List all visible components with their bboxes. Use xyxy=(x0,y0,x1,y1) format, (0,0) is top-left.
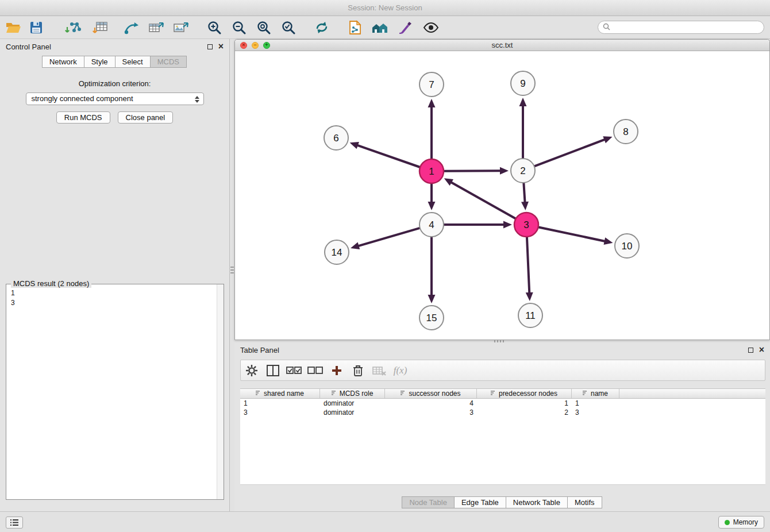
tab-mcds[interactable]: MCDS xyxy=(150,56,187,68)
graph-edge[interactable] xyxy=(358,145,419,167)
graph-node[interactable]: 9 xyxy=(511,71,535,95)
tab-select[interactable]: Select xyxy=(115,56,151,68)
network-window-titlebar[interactable]: scc.txt xyxy=(235,40,769,51)
splitter-grip-vertical[interactable] xyxy=(230,267,234,273)
float-table-panel-icon[interactable] xyxy=(748,348,753,353)
run-mcds-button[interactable]: Run MCDS xyxy=(56,111,110,124)
criterion-select-value: strongly connected component xyxy=(32,94,133,103)
graph-node-label: 9 xyxy=(520,78,525,89)
table-cell: 1 xyxy=(477,399,572,407)
export-network-icon[interactable] xyxy=(123,18,140,37)
function-builder-button[interactable]: f(x) xyxy=(390,362,411,379)
import-table-icon[interactable] xyxy=(92,18,109,37)
graph-node[interactable]: 3 xyxy=(514,213,538,237)
graph-node[interactable]: 8 xyxy=(614,119,638,144)
deselect-all-icon[interactable] xyxy=(305,362,326,379)
table-column-header[interactable]: name xyxy=(572,389,619,398)
graph-edge-arrow xyxy=(604,237,613,245)
control-panel: Control Panel NetworkStyleSelectMCDS Opt… xyxy=(0,39,230,511)
table-column-header[interactable]: successor nodes xyxy=(385,389,477,398)
table-column-header[interactable]: MCDS role xyxy=(320,389,385,398)
table-cell: 3 xyxy=(572,408,619,417)
control-panel-title: Control Panel xyxy=(6,43,51,51)
graph-node[interactable]: 14 xyxy=(325,240,349,264)
network-canvas[interactable]: 7968124314101511 xyxy=(235,51,769,340)
column-label: predecessor nodes xyxy=(499,390,557,398)
graph-node[interactable]: 2 xyxy=(511,159,535,183)
graph-edge[interactable] xyxy=(452,183,515,219)
close-panel-icon[interactable] xyxy=(218,42,224,51)
refresh-icon[interactable] xyxy=(313,18,330,37)
zoom-out-icon[interactable] xyxy=(230,18,248,37)
zoom-fit-icon[interactable] xyxy=(255,18,272,37)
table-settings-gear-icon[interactable] xyxy=(241,362,262,379)
table-column-header[interactable]: shared name xyxy=(240,389,320,398)
memory-button[interactable]: Memory xyxy=(718,516,764,529)
apply-style-icon[interactable] xyxy=(346,18,364,37)
table-row[interactable]: 1dominator411 xyxy=(240,399,765,408)
graph-node[interactable]: 4 xyxy=(419,213,444,237)
import-network-icon[interactable] xyxy=(64,18,82,37)
main-toolbar xyxy=(0,16,770,39)
search-field[interactable] xyxy=(598,21,764,34)
style-brush-icon[interactable] xyxy=(396,18,414,37)
zoom-selected-icon[interactable] xyxy=(280,18,297,37)
graph-node-label: 10 xyxy=(622,241,633,252)
table-panel: Table Panel f(x) shared nameMC xyxy=(234,342,770,511)
search-input[interactable] xyxy=(613,24,759,32)
graph-edge[interactable] xyxy=(527,237,529,292)
table-header-row: shared nameMCDS rolesuccessor nodesprede… xyxy=(240,388,765,399)
network-home-icon[interactable] xyxy=(371,18,388,37)
tab-edge-table[interactable]: Edge Table xyxy=(454,496,506,508)
graph-edge[interactable] xyxy=(444,171,500,171)
delete-table-icon xyxy=(368,362,390,379)
control-panel-header: Control Panel xyxy=(0,39,229,54)
graph-edge[interactable] xyxy=(535,140,605,166)
table-row[interactable]: 3dominator323 xyxy=(240,408,765,417)
delete-column-icon[interactable] xyxy=(347,362,368,379)
column-label: name xyxy=(591,390,608,398)
export-table-icon[interactable] xyxy=(148,18,165,37)
graph-node[interactable]: 15 xyxy=(419,306,444,330)
control-panel-tabs: NetworkStyleSelectMCDS xyxy=(0,56,229,68)
mcds-result-title: MCDS result (2 nodes) xyxy=(11,279,91,288)
graph-edge[interactable] xyxy=(359,228,419,246)
graph-node[interactable]: 10 xyxy=(615,234,639,258)
graph-node[interactable]: 6 xyxy=(324,126,348,150)
tab-motifs[interactable]: Motifs xyxy=(567,496,602,508)
tab-network[interactable]: Network xyxy=(42,56,84,68)
tab-style[interactable]: Style xyxy=(84,56,116,68)
zoom-in-icon[interactable] xyxy=(206,18,223,37)
close-panel-button[interactable]: Close panel xyxy=(118,111,174,124)
add-column-icon[interactable] xyxy=(326,362,347,379)
open-folder-icon[interactable] xyxy=(5,18,22,37)
graph-edge[interactable] xyxy=(523,183,525,202)
result-scrollbar[interactable] xyxy=(217,284,224,499)
window-titlebar: Session: New Session xyxy=(0,0,770,16)
float-panel-icon[interactable] xyxy=(207,44,213,49)
graph-node[interactable]: 1 xyxy=(419,159,444,183)
show-columns-icon[interactable] xyxy=(262,362,283,379)
sort-icon xyxy=(256,390,261,398)
select-all-icon[interactable] xyxy=(283,362,305,379)
memory-status-dot xyxy=(725,520,730,525)
export-image-icon[interactable] xyxy=(172,18,190,37)
tab-network-table[interactable]: Network Table xyxy=(506,496,568,508)
save-icon[interactable] xyxy=(28,18,45,37)
graph-node[interactable]: 7 xyxy=(419,72,444,97)
criterion-select[interactable]: strongly connected component xyxy=(26,92,204,105)
table-column-header[interactable]: predecessor nodes xyxy=(477,389,572,398)
close-window-icon[interactable] xyxy=(240,42,247,49)
network-graph[interactable]: 7968124314101511 xyxy=(235,51,769,340)
maximize-window-icon[interactable] xyxy=(263,42,270,49)
close-table-panel-icon[interactable] xyxy=(759,345,764,354)
graph-node[interactable]: 11 xyxy=(518,303,542,327)
table-cell: dominator xyxy=(320,399,385,407)
minimize-window-icon[interactable] xyxy=(252,42,259,49)
search-icon xyxy=(603,23,610,32)
show-hide-eye-icon[interactable] xyxy=(422,18,440,37)
graph-edge[interactable] xyxy=(539,228,605,241)
task-list-icon[interactable] xyxy=(6,516,23,529)
graph-edge-arrow xyxy=(526,292,533,301)
tab-node-table[interactable]: Node Table xyxy=(402,496,455,508)
